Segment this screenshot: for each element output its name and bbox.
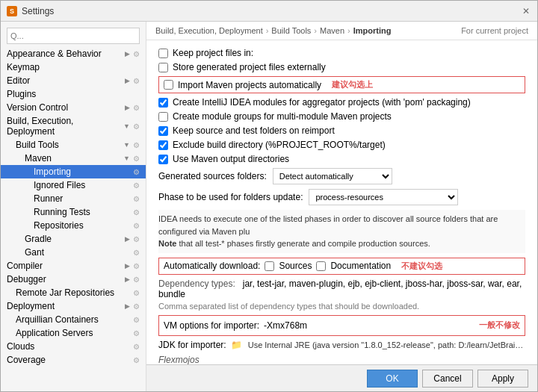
title-bar: S Settings ✕ bbox=[1, 1, 537, 22]
gear-icon: ⚙ bbox=[133, 316, 140, 324]
gear-icon: ⚙ bbox=[133, 122, 140, 131]
jdk-label: JDK for importer: bbox=[158, 340, 226, 350]
import-maven-row: Import Maven projects automatically 建议勾选… bbox=[158, 76, 525, 93]
title-bar-left: S Settings bbox=[7, 6, 54, 16]
dependency-note: Comma separated list of dependency types… bbox=[158, 302, 525, 311]
phase-label: Phase to be used for folders update: bbox=[158, 192, 303, 202]
sidebar-item-keymap[interactable]: Keymap bbox=[1, 60, 146, 74]
create-module-groups-checkbox[interactable] bbox=[158, 112, 168, 122]
sidebar-item-label-build-execution: Build, Execution, Deployment bbox=[7, 116, 120, 137]
sidebar-item-editor[interactable]: Editor▶⚙ bbox=[1, 74, 146, 87]
auto-download-row: Automatically download: Sources Document… bbox=[158, 258, 525, 275]
keep-source-label: Keep source and test folders on reimport bbox=[173, 125, 335, 136]
exclude-build-checkbox[interactable] bbox=[158, 140, 168, 150]
sidebar-item-label-plugins: Plugins bbox=[7, 89, 36, 99]
close-icon[interactable]: ✕ bbox=[522, 7, 531, 16]
create-module-groups-label: Create module groups for multi-module Ma… bbox=[173, 111, 392, 122]
sidebar-item-label-remote-jar: Remote Jar Repositories bbox=[16, 287, 114, 298]
cancel-button[interactable]: Cancel bbox=[422, 370, 473, 388]
sidebar-item-label-ignored-files: Ignored Files bbox=[34, 180, 85, 190]
sidebar-item-repositories[interactable]: Repositories⚙ bbox=[1, 219, 146, 232]
sidebar-item-maven[interactable]: Maven▼⚙ bbox=[1, 152, 146, 165]
sidebar-item-deployment[interactable]: Deployment▶⚙ bbox=[1, 299, 146, 313]
sidebar-item-ignored-files[interactable]: Ignored Files⚙ bbox=[1, 178, 146, 192]
bottom-bar: OK Cancel Apply bbox=[146, 364, 537, 391]
phase-select[interactable]: process-resources bbox=[309, 189, 458, 205]
keep-project-files-label: Keep project files in: bbox=[173, 48, 253, 58]
gear-icon: ⚙ bbox=[133, 181, 140, 190]
sidebar-items: Appearance & Behavior▶⚙KeymapEditor▶⚙Plu… bbox=[1, 47, 146, 367]
info-text: IDEA needs to execute one of the listed … bbox=[158, 213, 525, 237]
sidebar-item-arrow-deployment: ▶ bbox=[125, 302, 130, 310]
sidebar-item-gant[interactable]: Gant⚙ bbox=[1, 246, 146, 259]
sidebar-item-importing[interactable]: Importing⚙ bbox=[1, 165, 146, 178]
use-maven-output-label: Use Maven output directories bbox=[173, 154, 289, 164]
vm-options-input[interactable] bbox=[264, 318, 469, 333]
sidebar-item-clouds[interactable]: Clouds⚙ bbox=[1, 340, 146, 353]
sidebar-item-arrow-version-control: ▶ bbox=[125, 104, 130, 111]
keep-project-files-checkbox[interactable] bbox=[158, 49, 168, 58]
sidebar-item-debugger[interactable]: Debugger▶⚙ bbox=[1, 273, 146, 286]
sidebar-item-arquillian[interactable]: Arquillian Containers⚙ bbox=[1, 313, 146, 326]
use-maven-output-checkbox[interactable] bbox=[158, 155, 168, 164]
auto-download-doc-label: Documentation bbox=[330, 261, 391, 271]
gear-icon: ⚙ bbox=[133, 276, 140, 284]
sidebar-item-label-keymap: Keymap bbox=[7, 62, 40, 72]
sidebar-item-app-servers[interactable]: Application Servers⚙ bbox=[1, 326, 146, 340]
sidebar-item-arrow-maven: ▼ bbox=[123, 155, 130, 162]
vm-options-annotation: 一般不修改 bbox=[479, 320, 520, 331]
sidebar-item-arrow-build-tools: ▼ bbox=[123, 141, 130, 149]
create-intellij-label: Create IntelliJ IDEA modules for aggrega… bbox=[173, 97, 471, 108]
create-intellij-checkbox[interactable] bbox=[158, 98, 168, 108]
breadcrumb-part-1: Build, Execution, Deployment bbox=[155, 26, 263, 35]
auto-download-annotation: 不建议勾选 bbox=[401, 261, 442, 272]
sidebar-item-label-deployment: Deployment bbox=[7, 301, 55, 311]
sidebar-item-coverage[interactable]: Coverage⚙ bbox=[1, 353, 146, 367]
sidebar-item-label-gradle: Gradle bbox=[25, 234, 52, 244]
ok-button[interactable]: OK bbox=[367, 370, 418, 388]
sidebar-item-gradle[interactable]: Gradle▶⚙ bbox=[1, 232, 146, 246]
sidebar-item-label-compiler: Compiler bbox=[7, 261, 43, 271]
sidebar-item-running-tests[interactable]: Running Tests⚙ bbox=[1, 205, 146, 219]
generated-sources-row: Generated sources folders: Detect automa… bbox=[158, 168, 525, 184]
sidebar-item-plugins[interactable]: Plugins bbox=[1, 87, 146, 101]
keep-source-row: Keep source and test folders on reimport bbox=[158, 125, 525, 136]
apply-button[interactable]: Apply bbox=[477, 370, 528, 388]
sidebar-item-appearance[interactable]: Appearance & Behavior▶⚙ bbox=[1, 47, 146, 60]
search-input[interactable] bbox=[7, 28, 140, 44]
breadcrumb-current: Importing bbox=[353, 26, 392, 35]
vm-options-row: VM options for importer: 一般不修改 bbox=[158, 315, 525, 336]
right-panel: Build, Execution, Deployment › Build Too… bbox=[146, 22, 537, 391]
sidebar-item-compiler[interactable]: Compiler▶⚙ bbox=[1, 259, 146, 273]
search-box bbox=[1, 25, 146, 47]
sidebar-item-build-execution[interactable]: Build, Execution, Deployment▼⚙ bbox=[1, 114, 146, 138]
sidebar-item-arrow-appearance: ▶ bbox=[125, 50, 130, 57]
info-note: Note that all test-* phases firstly gene… bbox=[158, 237, 525, 250]
sidebar-item-label-gant: Gant bbox=[25, 247, 44, 258]
sidebar-item-arrow-editor: ▶ bbox=[125, 77, 130, 84]
import-maven-checkbox[interactable] bbox=[164, 80, 173, 90]
auto-download-doc-checkbox[interactable] bbox=[316, 261, 326, 271]
title-controls: ✕ bbox=[522, 7, 531, 16]
keep-source-checkbox[interactable] bbox=[158, 126, 168, 136]
sidebar-item-runner[interactable]: Runner⚙ bbox=[1, 192, 146, 205]
sidebar-item-label-editor: Editor bbox=[7, 75, 30, 86]
auto-download-sources-checkbox[interactable] bbox=[265, 261, 274, 271]
gear-icon: ⚙ bbox=[133, 195, 140, 203]
breadcrumb-sep-3: › bbox=[347, 26, 350, 35]
jdk-row: JDK for importer: 📁 Use Internal JRE (ja… bbox=[158, 340, 525, 350]
auto-download-sources-label: Sources bbox=[279, 261, 312, 271]
store-generated-checkbox[interactable] bbox=[158, 63, 168, 72]
window-title: Settings bbox=[22, 6, 54, 16]
sidebar-item-build-tools[interactable]: Build Tools▼⚙ bbox=[1, 138, 146, 152]
generated-sources-select[interactable]: Detect automatically bbox=[273, 168, 392, 184]
gear-icon: ⚙ bbox=[133, 235, 140, 243]
import-maven-annotation: 建议勾选上 bbox=[332, 79, 373, 90]
flexmojos-section: Flexmojos Generate Flex compiler configu… bbox=[158, 355, 525, 365]
sidebar-item-arrow-build-execution: ▼ bbox=[123, 122, 130, 130]
sidebar-item-remote-jar[interactable]: Remote Jar Repositories⚙ bbox=[1, 286, 146, 299]
gear-icon: ⚙ bbox=[133, 104, 140, 112]
dependency-types-label: Dependency types: bbox=[158, 279, 240, 289]
sidebar-item-version-control[interactable]: Version Control▶⚙ bbox=[1, 101, 146, 114]
sidebar-item-label-importing: Importing bbox=[34, 167, 71, 177]
